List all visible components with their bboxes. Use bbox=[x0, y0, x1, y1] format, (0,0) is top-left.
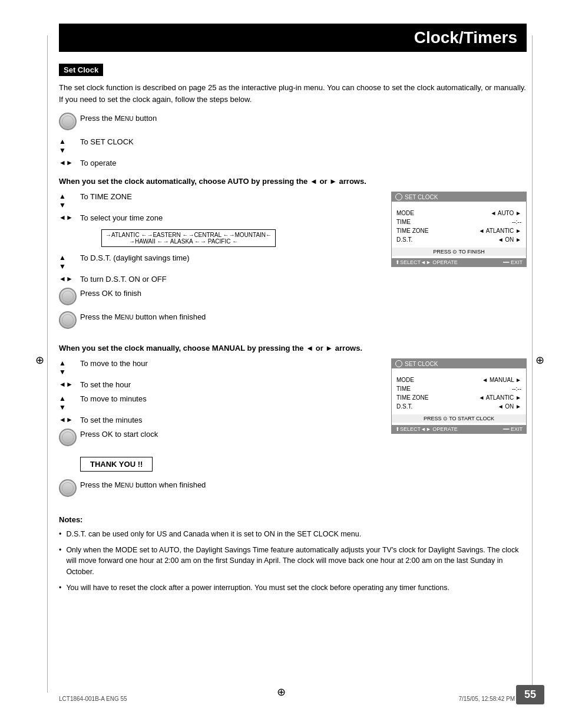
leftright-icon-2: ◄► bbox=[59, 213, 80, 222]
step-set-minutes: To set the minutes bbox=[80, 415, 379, 426]
note-bullet-1: • bbox=[59, 529, 61, 540]
reg-mark-bottom: ⊕ bbox=[277, 686, 286, 699]
intro-text: The set clock function is described on p… bbox=[59, 82, 527, 105]
step-dst: To D.S.T. (daylight savings time) bbox=[80, 253, 379, 263]
note-item-3: • You will have to reset the clock after… bbox=[59, 582, 527, 594]
auto-steps-left: ▲▼ To TIME ZONE ◄► To select your time z… bbox=[59, 192, 379, 335]
reg-mark-right: ⊕ bbox=[535, 354, 544, 367]
manual-row-mode: MODE ◄ MANUAL ► bbox=[392, 375, 526, 384]
note-bullet-3: • bbox=[59, 582, 61, 594]
note-text-2: Only when the MODE set to AUTO, the Dayl… bbox=[66, 545, 527, 578]
ok-icon-1 bbox=[59, 114, 80, 133]
manual-screen-nav: ⬆SELECT◄► OPERATE ━━ EXIT bbox=[392, 425, 526, 433]
auto-screen-nav: ⬆SELECT◄► OPERATE ━━ EXIT bbox=[392, 258, 526, 266]
left-border-line bbox=[47, 35, 48, 693]
updown-icon-3: ▲▼ bbox=[59, 253, 80, 271]
ok-icon-5 bbox=[59, 480, 80, 500]
ok-icon-3 bbox=[59, 312, 80, 332]
manual-screen-footer: PRESS ⊙ TO START CLOCK bbox=[392, 414, 526, 423]
manual-row-timezone: TIME ZONE ◄ ATLANTIC ► bbox=[392, 393, 526, 402]
step-menu-finished-manual: Press the MENU button when finished bbox=[80, 480, 379, 490]
updown-icon-5: ▲▼ bbox=[59, 394, 80, 411]
step-timezone: To TIME ZONE bbox=[80, 192, 379, 202]
leftright-icon-5: ◄► bbox=[59, 416, 80, 424]
auto-screen-body: MODE ◄ AUTO ► TIME --:-- TIME ZONE ◄ ATL… bbox=[392, 202, 526, 258]
note-bullet-2: • bbox=[59, 545, 61, 578]
auto-row-timezone: TIME ZONE ◄ ATLANTIC ► bbox=[392, 226, 526, 235]
step-dst-onoff: To turn D.S.T. ON or OFF bbox=[80, 274, 379, 285]
step-press-ok: Press OK to finish bbox=[80, 288, 379, 299]
page: ⊕ ⊕ ⊕ ⊕ Clock/Timers Set Clock The set c… bbox=[0, 0, 562, 728]
clock-icon-manual bbox=[395, 360, 402, 367]
thank-you-box: THANK YOU !! bbox=[80, 457, 153, 472]
updown-icon-4: ▲▼ bbox=[59, 359, 80, 376]
auto-instruction: When you set the clock automatically, ch… bbox=[59, 177, 527, 186]
section-header: Set Clock bbox=[59, 64, 103, 76]
step-text-setclock: To SET CLOCK bbox=[80, 137, 527, 147]
page-number: 55 bbox=[516, 685, 544, 704]
page-title: Clock/Timers bbox=[59, 24, 527, 52]
step-set-hour: To set the hour bbox=[80, 380, 379, 390]
step-text-operate: To operate bbox=[80, 158, 527, 169]
manual-screen: SET CLOCK MODE ◄ MANUAL ► TIME --:-- TIM… bbox=[391, 358, 527, 503]
step-move-minutes: To move to minutes bbox=[80, 394, 379, 404]
note-item-1: • D.S.T. can be used only for US and Can… bbox=[59, 529, 527, 540]
updown-icon-1: ▲▼ bbox=[59, 137, 80, 154]
step-press-ok-start: Press OK to start clock bbox=[80, 429, 379, 440]
manual-tv-screen: SET CLOCK MODE ◄ MANUAL ► TIME --:-- TIM… bbox=[391, 358, 527, 434]
manual-steps-left: ▲▼ To move to the hour ◄► To set the hou… bbox=[59, 358, 379, 503]
notes-section: Notes: • D.S.T. can be used only for US … bbox=[59, 515, 527, 594]
basic-steps: Press the MENU button ▲▼ To SET CLOCK ◄►… bbox=[59, 113, 527, 169]
notes-title: Notes: bbox=[59, 515, 527, 524]
note-text-3: You will have to reset the clock after a… bbox=[66, 582, 449, 594]
clock-icon-auto bbox=[395, 193, 402, 200]
leftright-icon-4: ◄► bbox=[59, 380, 80, 388]
ok-icon-2 bbox=[59, 289, 80, 308]
note-item-2: • Only when the MODE set to AUTO, the Da… bbox=[59, 545, 527, 578]
step-text-menu: Press the MENU button bbox=[80, 113, 527, 124]
manual-instruction: When you set the clock manually, choose … bbox=[59, 344, 527, 353]
auto-screen: SET CLOCK MODE ◄ AUTO ► TIME --:-- TIME … bbox=[391, 192, 527, 335]
footer-right: 7/15/05, 12:58:42 PM bbox=[458, 696, 515, 702]
auto-row-dst: D.S.T. ◄ ON ► bbox=[392, 235, 526, 244]
manual-row-time: TIME --:-- bbox=[392, 384, 526, 393]
step-move-hour: To move to the hour bbox=[80, 358, 379, 369]
auto-screen-title: SET CLOCK bbox=[392, 192, 526, 202]
footer-left: LCT1864-001B-A ENG 55 bbox=[59, 696, 127, 702]
ok-icon-4 bbox=[59, 430, 80, 449]
auto-steps-section: ▲▼ To TIME ZONE ◄► To select your time z… bbox=[59, 192, 527, 335]
manual-row-dst: D.S.T. ◄ ON ► bbox=[392, 402, 526, 411]
step-select-timezone: To select your time zone bbox=[80, 213, 379, 223]
leftright-icon-1: ◄► bbox=[59, 159, 80, 167]
updown-icon-2: ▲▼ bbox=[59, 192, 80, 209]
auto-row-mode: MODE ◄ AUTO ► bbox=[392, 209, 526, 218]
note-text-1: D.S.T. can be used only for US and Canad… bbox=[66, 529, 361, 540]
auto-screen-footer: PRESS ⊙ TO FINISH bbox=[392, 248, 526, 256]
auto-tv-screen: SET CLOCK MODE ◄ AUTO ► TIME --:-- TIME … bbox=[391, 192, 527, 267]
reg-mark-top: ⊕ bbox=[277, 28, 286, 41]
manual-steps-section: ▲▼ To move to the hour ◄► To set the hou… bbox=[59, 358, 527, 503]
auto-row-time: TIME --:-- bbox=[392, 218, 526, 226]
timezone-flow: →ATLANTIC ←→EASTERN ←→CENTRAL ←→MOUNTAIN… bbox=[101, 229, 276, 247]
leftright-icon-3: ◄► bbox=[59, 275, 80, 283]
reg-mark-left: ⊕ bbox=[35, 354, 44, 367]
manual-screen-body: MODE ◄ MANUAL ► TIME --:-- TIME ZONE ◄ A… bbox=[392, 368, 526, 425]
right-border-line bbox=[532, 35, 533, 693]
step-menu-finished-auto: Press the MENU button when finished bbox=[80, 312, 379, 322]
manual-screen-title: SET CLOCK bbox=[392, 359, 526, 368]
